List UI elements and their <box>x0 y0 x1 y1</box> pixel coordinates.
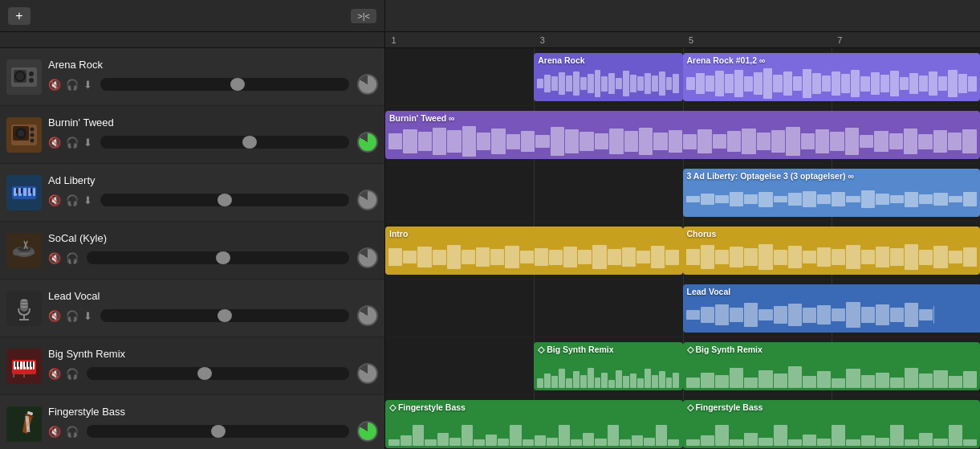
clip-big-synth-1[interactable]: ◇ Big Synth Remix <box>534 342 682 390</box>
add-track-button[interactable]: + <box>8 7 30 25</box>
clip-label-chorus: Chorus <box>687 229 717 239</box>
track-item-ad-liberty: Ad Liberty 🔇 🎧 ⬇ <box>0 164 384 222</box>
record-icon-lead-vocal[interactable]: ⬇ <box>83 310 92 322</box>
track-info-burnin-tweed: Burnin' Tweed 🔇 🎧 ⬇ <box>48 116 378 153</box>
svg-point-27 <box>30 250 35 255</box>
svg-point-12 <box>30 138 35 142</box>
svg-rect-35 <box>21 306 27 308</box>
track-thumb-fingerstyle-bass <box>6 406 42 442</box>
svg-rect-39 <box>20 361 22 369</box>
arrangement-row-lead-vocal: Lead Vocal <box>385 280 980 337</box>
volume-slider-fingerstyle-bass[interactable] <box>87 425 349 438</box>
track-info-socal: SoCal (Kyle) 🔇 🎧 <box>48 232 378 268</box>
track-thumb-socal <box>6 233 42 268</box>
main-content: Arena Rock 🔇 🎧 ⬇ <box>0 48 980 449</box>
clip-arena-rock[interactable]: Arena Rock <box>534 53 682 101</box>
record-icon-ad-liberty[interactable]: ⬇ <box>83 194 92 206</box>
headphone-icon-big-synth[interactable]: 🎧 <box>66 368 79 380</box>
record-icon-burnin-tweed[interactable]: ⬇ <box>83 137 92 149</box>
smart-controls-button[interactable]: >|< <box>351 9 376 23</box>
clip-fingerstyle-bass-1[interactable]: ◇ Fingerstyle Bass <box>385 400 683 448</box>
pan-knob-big-synth[interactable] <box>357 363 378 384</box>
waveform-big-synth-1 <box>534 364 682 388</box>
pan-knob-burnin-tweed[interactable] <box>357 132 378 153</box>
clip-burnin-tweed[interactable]: Burnin' Tweed ∞ <box>385 111 980 159</box>
headphone-icon-socal[interactable]: 🎧 <box>66 252 79 264</box>
volume-slider-socal[interactable] <box>87 251 349 264</box>
volume-slider-ad-liberty[interactable] <box>100 194 349 206</box>
headphone-icon-burnin-tweed[interactable]: 🎧 <box>66 137 79 149</box>
track-name-burnin-tweed: Burnin' Tweed <box>48 116 378 129</box>
svg-point-56 <box>30 412 33 415</box>
svg-rect-34 <box>21 303 27 304</box>
amp-icon <box>10 63 39 92</box>
pan-knob-fingerstyle-bass[interactable] <box>357 421 378 442</box>
clip-arena-rock-01-2[interactable]: Arena Rock #01,2 ∞ <box>683 53 981 101</box>
headphone-icon-arena-rock[interactable]: 🎧 <box>66 79 79 91</box>
svg-rect-20 <box>21 188 22 194</box>
waveform-big-synth-2 <box>683 364 981 388</box>
mute-icon-socal[interactable]: 🔇 <box>48 252 61 264</box>
bass-icon <box>10 410 39 439</box>
ruler-mark-1: 1 <box>391 35 396 45</box>
track-name-lead-vocal: Lead Vocal <box>48 290 378 302</box>
svg-rect-21 <box>30 188 32 194</box>
mute-icon-ad-liberty[interactable]: 🔇 <box>48 194 61 206</box>
mute-icon-arena-rock[interactable]: 🔇 <box>48 79 61 91</box>
pan-knob-lead-vocal[interactable] <box>357 305 378 326</box>
arrangement: .arrangement { position: relative; } .ar… <box>385 48 980 449</box>
waveform-arena-rock-01-2 <box>683 68 981 99</box>
svg-point-26 <box>13 249 19 255</box>
record-icon-arena-rock[interactable]: ⬇ <box>83 79 92 91</box>
top-bar: + >|< <box>0 0 980 32</box>
clip-big-synth-2[interactable]: ◇ Big Synth Remix <box>683 342 981 390</box>
volume-slider-big-synth[interactable] <box>87 367 349 380</box>
headphone-icon-fingerstyle-bass[interactable]: 🎧 <box>66 426 79 438</box>
track-info-fingerstyle-bass: Fingerstyle Bass 🔇 🎧 <box>48 406 378 442</box>
waveform-ad-liberty <box>683 184 981 214</box>
waveform-arena-rock <box>534 68 682 99</box>
clip-intro[interactable]: Intro <box>385 227 683 275</box>
drums-icon <box>10 236 39 265</box>
svg-point-11 <box>30 133 35 137</box>
headphone-icon-ad-liberty[interactable]: 🎧 <box>66 194 79 206</box>
pan-knob-ad-liberty[interactable] <box>357 190 378 210</box>
ruler-mark-7: 7 <box>837 35 842 45</box>
volume-slider-burnin-tweed[interactable] <box>100 136 349 149</box>
track-header-area: + >|< <box>0 0 385 31</box>
mic-icon <box>10 294 39 323</box>
track-name-ad-liberty: Ad Liberty <box>48 174 378 186</box>
svg-point-3 <box>29 78 34 83</box>
headphone-icon-lead-vocal[interactable]: 🎧 <box>66 310 79 322</box>
volume-slider-arena-rock[interactable] <box>100 78 349 91</box>
clip-fingerstyle-bass-2[interactable]: ◇ Fingerstyle Bass <box>683 400 981 448</box>
arrangement-row-fingerstyle-bass: ◇ Fingerstyle Bass ◇ Fingerstyle Bass <box>385 395 980 449</box>
track-controls-lead-vocal: 🔇 🎧 ⬇ <box>48 305 378 326</box>
mute-icon-fingerstyle-bass[interactable]: 🔇 <box>48 426 61 438</box>
pan-knob-arena-rock[interactable] <box>357 74 378 95</box>
clip-label-big-synth-2: ◇ Big Synth Remix <box>687 345 762 354</box>
svg-rect-45 <box>18 361 20 367</box>
mute-icon-lead-vocal[interactable]: 🔇 <box>48 310 61 322</box>
arrangement-row-burnin-tweed: Burnin' Tweed ∞ <box>385 106 980 164</box>
track-controls-ad-liberty: 🔇 🎧 ⬇ <box>48 190 378 210</box>
svg-point-10 <box>30 127 35 131</box>
mute-icon-big-synth[interactable]: 🔇 <box>48 368 61 380</box>
clip-chorus[interactable]: Chorus <box>683 227 981 275</box>
track-item-fingerstyle-bass: Fingerstyle Bass 🔇 🎧 <box>0 395 384 449</box>
track-info-ad-liberty: Ad Liberty 🔇 🎧 ⬇ <box>48 174 378 210</box>
pan-knob-socal[interactable] <box>357 247 378 268</box>
mute-icon-burnin-tweed[interactable]: 🔇 <box>48 137 61 149</box>
clip-label-ad-liberty: 3 Ad Liberty: Optagelse 3 (3 optagelser)… <box>687 171 854 181</box>
track-controls-burnin-tweed: 🔇 🎧 ⬇ <box>48 132 378 153</box>
track-list: Arena Rock 🔇 🎧 ⬇ <box>0 48 385 449</box>
track-controls-fingerstyle-bass: 🔇 🎧 <box>48 421 378 442</box>
clip-ad-liberty[interactable]: 3 Ad Liberty: Optagelse 3 (3 optagelser)… <box>683 169 981 217</box>
synth-icon <box>10 178 39 207</box>
waveform-fingerstyle-bass-1 <box>385 425 683 446</box>
clip-lead-vocal-overflow[interactable] <box>934 284 980 333</box>
svg-rect-47 <box>28 361 30 367</box>
svg-point-5 <box>16 72 24 80</box>
volume-slider-lead-vocal[interactable] <box>100 309 349 322</box>
ruler: 1 3 5 7 <box>0 32 980 48</box>
